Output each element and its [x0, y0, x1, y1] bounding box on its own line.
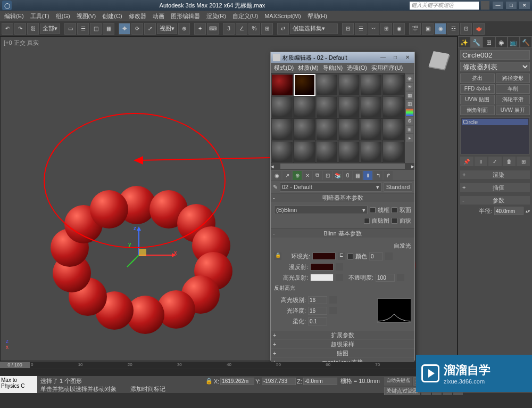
- select-button[interactable]: ▭: [64, 23, 76, 35]
- tab-motion[interactable]: ◉: [495, 36, 508, 48]
- sample-slot-13[interactable]: [271, 119, 293, 141]
- move-button[interactable]: ✥: [119, 23, 130, 35]
- pivot-button[interactable]: ⊕: [178, 23, 190, 35]
- menu-grapheditors[interactable]: 图形编辑器: [169, 11, 202, 21]
- sample-slot-21[interactable]: [316, 141, 338, 163]
- search-input[interactable]: 键入关键字或短语: [410, 2, 479, 10]
- options-icon[interactable]: ⚙: [406, 117, 413, 125]
- time-slider-thumb[interactable]: 0 / 100: [0, 362, 30, 368]
- go-parent-icon[interactable]: ↰: [373, 171, 383, 180]
- lock-selection-icon[interactable]: 🔒: [205, 378, 213, 385]
- render-button[interactable]: ◉: [435, 23, 446, 35]
- mod-ffd[interactable]: FFD 4x4x4: [460, 84, 495, 94]
- stack-item-circle[interactable]: Circle: [462, 119, 528, 125]
- transform-gizmo[interactable]: z y x: [123, 229, 187, 283]
- sample-slot-14[interactable]: [294, 119, 315, 141]
- sample-slot-17[interactable]: [360, 119, 382, 141]
- sample-slot-2[interactable]: [294, 74, 315, 96]
- menu-animation[interactable]: 动画: [151, 11, 167, 21]
- rollout-supersampling[interactable]: +超级采样: [271, 340, 414, 348]
- soften-input[interactable]: [308, 317, 327, 325]
- sample-slot-3[interactable]: [316, 74, 338, 96]
- rollout-params[interactable]: -参数: [460, 196, 530, 205]
- menu-help[interactable]: 帮助(H): [305, 11, 329, 21]
- matmenu-opts[interactable]: 选项(O): [346, 63, 368, 72]
- tab-create[interactable]: ✨: [458, 36, 470, 48]
- layers-button[interactable]: ☰: [355, 23, 367, 35]
- sample-slot-22[interactable]: [338, 141, 360, 163]
- gloss-input[interactable]: [308, 307, 327, 315]
- stack-unique-icon[interactable]: ✓: [488, 157, 502, 166]
- menu-customize[interactable]: 自定义(U): [230, 11, 260, 21]
- make-copy-icon[interactable]: ⧉: [313, 171, 322, 180]
- snap-toggle[interactable]: 3: [223, 23, 235, 35]
- sample-uv-icon[interactable]: ▥: [406, 100, 413, 108]
- autokey-toggle[interactable]: 自动关键点: [384, 377, 412, 386]
- make-unique-icon[interactable]: ⊡: [323, 171, 332, 180]
- align-button[interactable]: ⊟: [342, 23, 354, 35]
- opacity-value[interactable]: [376, 274, 395, 282]
- sample-slot-23[interactable]: [360, 141, 382, 163]
- show-end-icon[interactable]: Ⅱ: [363, 171, 372, 180]
- assign-to-sel-icon[interactable]: ⊕: [293, 171, 302, 180]
- keyfilter-button[interactable]: 关键点过滤器: [384, 387, 420, 395]
- wire-checkbox[interactable]: [370, 207, 376, 213]
- sample-slot-5[interactable]: [360, 74, 382, 96]
- extra-button-1[interactable]: ☲: [447, 23, 459, 35]
- angle-snap-toggle[interactable]: ∠: [236, 23, 247, 35]
- gloss-map[interactable]: [329, 307, 337, 314]
- sample-slot-6[interactable]: [383, 74, 404, 96]
- rollout-render[interactable]: +渲染: [460, 170, 530, 179]
- material-type-button[interactable]: Standard: [384, 182, 412, 192]
- tab-modify[interactable]: 🔧: [470, 36, 483, 48]
- mod-turbosmooth[interactable]: 涡轮平滑: [496, 95, 530, 104]
- extra-button-2[interactable]: ⊡: [460, 23, 472, 35]
- tab-utilities[interactable]: 🔨: [520, 36, 532, 48]
- menu-tools[interactable]: 工具(T): [28, 11, 52, 21]
- coord-z-input[interactable]: [303, 378, 337, 385]
- mateditor-close[interactable]: ✕: [403, 54, 412, 62]
- select-name-button[interactable]: ☰: [77, 23, 89, 35]
- ambient-lock-icon[interactable]: 🔒: [274, 252, 281, 260]
- selfillum-map-button[interactable]: [385, 252, 393, 260]
- mateditor-maximize[interactable]: □: [390, 54, 400, 62]
- sample-slot-9[interactable]: [316, 96, 338, 118]
- tab-display[interactable]: 📺: [508, 36, 520, 48]
- put-to-scene-icon[interactable]: ↗: [282, 171, 292, 180]
- material-editor-button[interactable]: ◉: [393, 23, 405, 35]
- schematic-button[interactable]: ⊞: [380, 23, 392, 35]
- facemap-checkbox[interactable]: [364, 218, 370, 224]
- matmenu-material[interactable]: 材质(M): [297, 63, 320, 72]
- ad-lock-icon[interactable]: ⊏: [338, 252, 345, 260]
- stack-pin-icon[interactable]: 📌: [460, 157, 473, 166]
- sample-slot-8[interactable]: [294, 96, 315, 118]
- mod-bevelprofile[interactable]: 倒角剖面: [460, 105, 495, 115]
- mirror-button[interactable]: ⇄: [277, 23, 289, 35]
- put-to-lib-icon[interactable]: 📚: [333, 171, 342, 180]
- tab-hierarchy[interactable]: ⊞: [483, 36, 495, 48]
- select-by-mat-icon[interactable]: ⊞: [406, 126, 413, 133]
- video-color-icon[interactable]: [406, 109, 413, 116]
- rollout-interp[interactable]: +插值: [460, 183, 530, 192]
- sample-slot-4[interactable]: [338, 74, 360, 96]
- sample-slot-18[interactable]: [383, 119, 404, 141]
- window-crossing-button[interactable]: ▦: [103, 23, 114, 35]
- backlight-icon[interactable]: ☀: [406, 83, 413, 91]
- specular-map-button[interactable]: [336, 274, 343, 281]
- faceted-checkbox[interactable]: [392, 218, 397, 224]
- selection-filter[interactable]: 全部 ▾: [40, 23, 60, 34]
- diffuse-swatch[interactable]: [310, 263, 334, 271]
- spec-level-map[interactable]: [329, 296, 337, 304]
- curve-editor-button[interactable]: 〰: [368, 23, 379, 35]
- rollout-shader-basic[interactable]: -明暗器基本参数: [271, 193, 414, 202]
- rollout-maps[interactable]: +贴图: [271, 349, 414, 357]
- minimize-button[interactable]: —: [493, 2, 503, 9]
- menu-view[interactable]: 视图(V): [74, 11, 98, 21]
- sample-slot-16[interactable]: [338, 119, 360, 141]
- radius-input[interactable]: [494, 207, 523, 215]
- spec-level-input[interactable]: [308, 296, 327, 304]
- rollout-extended[interactable]: +扩展参数: [271, 331, 414, 339]
- preview-icon[interactable]: ▸: [406, 134, 413, 142]
- show-map-icon[interactable]: ▦: [353, 171, 362, 180]
- sample-slot-1[interactable]: [271, 74, 293, 96]
